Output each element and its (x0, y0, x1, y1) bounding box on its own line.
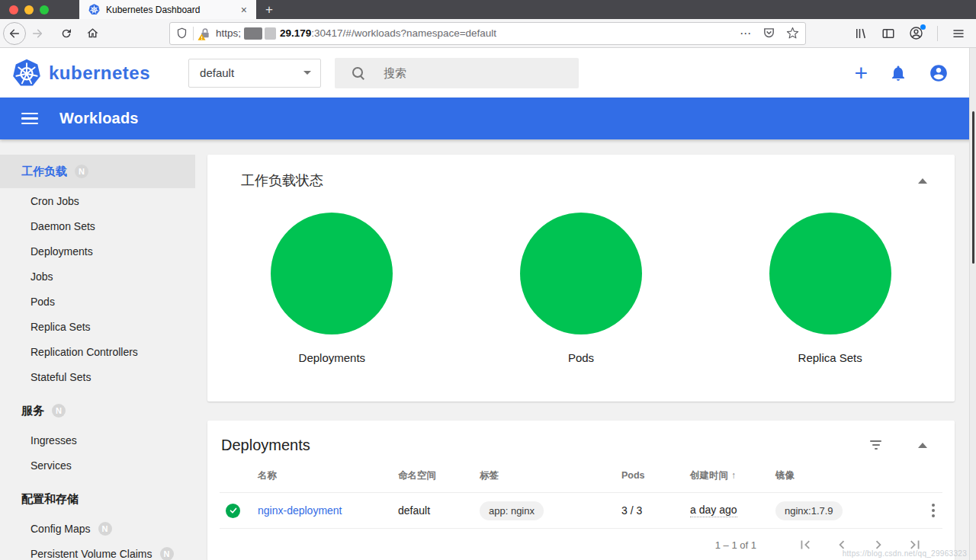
sidebar-item-label: Replication Controllers (30, 346, 138, 358)
window-minimize-button[interactable] (24, 5, 34, 14)
firefox-account-button[interactable] (909, 26, 923, 40)
sidebar-item-cron-jobs[interactable]: Cron Jobs (0, 188, 195, 213)
deployments-card-title: Deployments (221, 437, 870, 454)
window-close-button[interactable] (9, 5, 18, 14)
image-chip[interactable]: nginx:1.7.9 (775, 501, 843, 520)
notifications-bell-icon[interactable] (889, 64, 907, 82)
status-chart-pods: Pods (457, 213, 706, 364)
images-column-header[interactable]: 镜像 (775, 469, 906, 482)
warning-triangle-icon (197, 33, 206, 41)
scrollbar-thumb[interactable] (972, 111, 974, 264)
namespaced-badge: N (52, 404, 66, 418)
status-chart-replica-sets: Replica Sets (705, 213, 955, 364)
user-avatar-icon[interactable] (929, 63, 949, 83)
search-icon (352, 66, 365, 80)
menu-hamburger-icon[interactable] (952, 27, 965, 40)
sidebar-item-pods[interactable]: Pods (0, 289, 195, 314)
sidebar-item-replication-controllers[interactable]: Replication Controllers (0, 339, 195, 364)
created-column-header[interactable]: 创建时间↑ (690, 469, 775, 482)
page-title: Workloads (59, 110, 139, 127)
url-text[interactable]: https; 29.179 :30417/#/workloads?namespa… (211, 27, 734, 40)
name-column-header[interactable]: 名称 (258, 469, 398, 482)
sidebar-item-config-storage-section[interactable]: 配置和存储 (0, 482, 195, 516)
sidebar-item-label: Stateful Sets (30, 371, 91, 383)
created-age-cell: a day ago (690, 504, 737, 517)
collapse-card-icon[interactable] (918, 443, 927, 448)
url-redacted-block-1 (244, 27, 262, 40)
replica-sets-donut-chart[interactable] (769, 213, 891, 334)
browser-toolbar: https; 29.179 :30417/#/workloads?namespa… (0, 19, 976, 48)
reload-button[interactable] (55, 22, 78, 45)
new-tab-button[interactable]: + (256, 0, 282, 19)
tab-title: Kubernetes Dashboard (106, 5, 232, 15)
first-page-icon (797, 536, 814, 553)
forward-button[interactable] (26, 22, 49, 45)
sidebar-item-persistent-volume-claims[interactable]: Persistent Volume Claims N (0, 541, 195, 560)
browser-tab[interactable]: Kubernetes Dashboard × (79, 0, 256, 19)
first-page-button[interactable] (787, 536, 824, 553)
kubernetes-favicon (88, 4, 100, 15)
url-bar[interactable]: https; 29.179 :30417/#/workloads?namespa… (169, 22, 806, 45)
search-input[interactable] (384, 66, 536, 79)
sidebar-item-config-maps[interactable]: Config Maps N (0, 516, 195, 541)
sidebar-item-stateful-sets[interactable]: Stateful Sets (0, 364, 195, 389)
label-chip[interactable]: app: nginx (480, 501, 544, 520)
app-bar: Workloads (0, 98, 976, 139)
sidebar-item-jobs[interactable]: Jobs (0, 264, 195, 289)
namespace-column-header[interactable]: 命名空间 (398, 469, 480, 482)
sidebar-item-label: 配置和存储 (21, 492, 79, 507)
workload-status-card: 工作负载状态 Deployments Pods Replica Sets (207, 155, 955, 402)
filter-icon[interactable] (870, 440, 881, 450)
nav-hamburger-icon[interactable] (21, 113, 38, 125)
namespaced-badge: N (160, 547, 174, 560)
sidebar-item-services[interactable]: Services (0, 453, 195, 478)
library-icon[interactable] (854, 27, 868, 40)
sidebar-item-daemon-sets[interactable]: Daemon Sets (0, 213, 195, 238)
labels-column-header[interactable]: 标签 (480, 469, 621, 482)
chart-label: Pods (568, 351, 594, 364)
sidebar-item-label: Services (30, 459, 72, 472)
deployment-name-link[interactable]: nginx-deployment (258, 504, 342, 517)
pagination-range-label: 1 – 1 of 1 (715, 539, 756, 551)
row-menu-kebab-icon[interactable] (929, 501, 938, 520)
pocket-save-icon[interactable] (762, 27, 775, 40)
reload-icon (60, 27, 72, 40)
sidebar-item-ingresses[interactable]: Ingresses (0, 427, 195, 453)
sidebar-item-replica-sets[interactable]: Replica Sets (0, 314, 195, 339)
chart-label: Deployments (299, 351, 366, 364)
pods-cell: 3 / 3 (621, 504, 690, 517)
connection-lock-icon[interactable] (199, 27, 211, 40)
pods-column-header[interactable]: Pods (621, 470, 690, 481)
deployments-donut-chart[interactable] (271, 213, 393, 334)
tab-close-icon[interactable]: × (238, 5, 250, 15)
sidebar-item-services-section[interactable]: 服务 N (0, 394, 195, 427)
page-actions-icon[interactable]: ⋯ (740, 27, 752, 40)
sidebar-item-label: Replica Sets (30, 321, 91, 333)
browser-tab-bar: Kubernetes Dashboard × + (0, 0, 976, 19)
pods-donut-chart[interactable] (520, 213, 642, 334)
account-notification-dot (920, 24, 926, 30)
deployments-card: Deployments 名称 命名空间 标签 Pods 创建时间↑ 镜像 (207, 421, 955, 560)
page-scrollbar[interactable] (969, 48, 976, 560)
sort-ascending-icon: ↑ (731, 470, 736, 481)
create-resource-button[interactable]: + (854, 62, 868, 85)
sidebars-icon[interactable] (881, 27, 895, 40)
sidebar-item-label: Cron Jobs (30, 195, 79, 207)
url-redacted-block-2 (265, 27, 276, 40)
kubernetes-logo[interactable]: kubernetes (12, 59, 150, 88)
sidebar-item-workloads[interactable]: 工作负载 N (0, 155, 195, 188)
bookmark-star-icon[interactable] (786, 27, 799, 40)
namespace-select[interactable]: default (188, 59, 321, 88)
search-box[interactable] (335, 58, 579, 88)
sidebar-item-label: Config Maps (30, 523, 91, 535)
kubernetes-logo-icon (12, 59, 41, 88)
sidebar-item-deployments[interactable]: Deployments (0, 238, 195, 264)
window-zoom-button[interactable] (40, 5, 49, 14)
home-button[interactable] (81, 22, 104, 45)
collapse-card-icon[interactable] (918, 178, 927, 184)
sidebar-item-label: Deployments (30, 245, 93, 258)
sidebar-item-label: 工作负载 (21, 165, 67, 179)
tracking-shield-icon[interactable] (176, 27, 188, 39)
back-button[interactable] (3, 22, 26, 45)
url-path: :30417/#/workloads?namespace=default (311, 27, 496, 39)
